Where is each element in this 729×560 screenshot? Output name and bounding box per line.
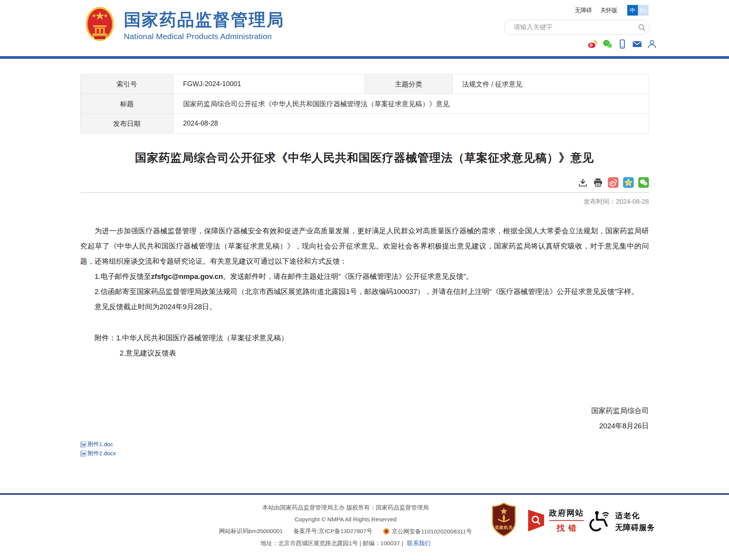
find-error-texts: 政府网站 找错 (549, 508, 584, 533)
download-button[interactable] (578, 177, 588, 188)
publish-time: 发布时间：2024-08-28 (80, 197, 649, 206)
attachment-files: W 附件1.doc W 附件2.docx (80, 440, 649, 458)
article-toolbar (80, 177, 649, 193)
mobile-icon[interactable] (617, 39, 627, 49)
national-emblem-icon (85, 6, 115, 43)
user-icon[interactable] (647, 39, 657, 49)
lang-zh-button[interactable]: 中 (627, 5, 638, 16)
share-weibo-icon (608, 177, 619, 188)
print-button[interactable] (593, 177, 603, 188)
paragraph-2-suffix: 。发送邮件时，请在邮件主题处注明“《医疗器械管理法》公开征求意见反馈”。 (223, 272, 473, 280)
share-weibo-button[interactable] (608, 177, 619, 188)
category-value: 法规文件 / 征求意见 (453, 74, 649, 94)
paragraph-2: 1.电子邮件反馈至zfsfgc@nmpa.gov.cn。发送邮件时，请在邮件主题… (80, 269, 649, 284)
header-top-links: 无障碍 关怀版 中 En (566, 5, 649, 16)
paragraph-1: 为进一步加强医疗器械监督管理，保障医疗器械安全有效和促进产业高质量发展，更好满足… (80, 223, 649, 269)
barrier-free-label: 无障碍服务 (615, 522, 655, 533)
word-doc-icon: W (80, 450, 87, 457)
elderly-accessibility-badge[interactable]: 适老化 无障碍服务 (589, 510, 655, 533)
share-qzone-button[interactable] (623, 177, 634, 188)
attachment-2-title: 2.意见建议反馈表 (120, 349, 176, 357)
footer-site-code: 网站标识码bm35000001 (219, 528, 283, 534)
attachment-1-title: 1.中华人民共和国医疗器械管理法（草案征求意见稿） (116, 334, 288, 342)
gov-site-label: 政府网站 (549, 508, 584, 518)
find-error-flag-icon (527, 509, 544, 532)
signature-date: 2024年8月26日 (80, 418, 649, 434)
care-version-link[interactable]: 关怀版 (600, 7, 617, 14)
date-label: 发布日期 (80, 114, 174, 134)
accessibility-link[interactable]: 无障碍 (575, 7, 592, 14)
table-row: 索引号 FGWJ-2024-10001 主题分类 法规文件 / 征求意见 (80, 74, 649, 94)
document-meta-table: 索引号 FGWJ-2024-10001 主题分类 法规文件 / 征求意见 标题 … (80, 74, 649, 134)
site-name: 国家药品监督管理局 National Medical Products Admi… (124, 6, 284, 41)
attachments-label: 附件： (95, 334, 116, 342)
party-shield-icon (491, 502, 517, 537)
mail-icon[interactable] (632, 39, 642, 49)
wheelchair-wifi-icon (589, 510, 611, 533)
title-value: 国家药监局综合司公开征求《中华人民共和国医疗器械管理法（草案征求意见稿）》意见 (174, 94, 649, 114)
search-box (504, 20, 650, 35)
svg-text:W: W (82, 442, 85, 447)
attachment-file-2-link[interactable]: 附件2.docx (88, 449, 116, 458)
list-item: W 附件2.docx (80, 449, 649, 458)
table-row: 发布日期 2024-08-28 (80, 114, 649, 134)
index-value: FGWJ-2024-10001 (174, 74, 365, 94)
site-name-en: National Medical Products Administration (124, 32, 284, 41)
contact-us-link[interactable]: 联系我们 (407, 540, 431, 546)
find-error-label: 找错 (553, 523, 580, 533)
paragraph-2-prefix: 1.电子邮件反馈至 (95, 272, 151, 280)
wechat-icon[interactable] (603, 39, 612, 49)
list-item: W 附件1.doc (80, 440, 649, 449)
category-label: 主题分类 (365, 74, 453, 94)
paragraph-4: 意见反馈截止时间为2024年9月28日。 (80, 299, 649, 315)
search-button[interactable] (634, 20, 649, 35)
gov-site-error-report-badge[interactable]: 政府网站 找错 (527, 508, 584, 533)
page-title: 国家药监局综合司公开征求《中华人民共和国医疗器械管理法（草案征求意见稿）》意见 (80, 150, 649, 166)
site-logo[interactable]: 国家药品监督管理局 National Medical Products Admi… (85, 6, 284, 43)
nmpa-page: 国家药品监督管理局 National Medical Products Admi… (0, 0, 729, 560)
footer-address: 地址：北京市西城区展览路北露园1号 | 邮编：100037 | (260, 540, 403, 546)
find-error-divider (549, 520, 584, 521)
publish-time-label: 发布时间： (584, 198, 616, 205)
title-label: 标题 (80, 94, 174, 114)
language-toggle: 中 En (627, 5, 649, 16)
elderly-texts: 适老化 无障碍服务 (615, 511, 655, 533)
attachment-file-1-link[interactable]: 附件1.doc (88, 440, 113, 449)
signature-block: 国家药监局综合司 2024年8月26日 (80, 403, 649, 434)
search-icon (638, 24, 646, 31)
footer-police: 京公网安备11010202008311号 (392, 528, 472, 535)
site-name-zh: 国家药品监督管理局 (124, 11, 284, 29)
attachment-item: 2.意见建议反馈表 (80, 346, 649, 361)
main-content: 索引号 FGWJ-2024-10001 主题分类 法规文件 / 征求意见 标题 … (80, 74, 649, 458)
search-input[interactable] (505, 24, 634, 31)
share-qzone-icon (623, 177, 634, 188)
article-body: 为进一步加强医疗器械监督管理，保障医疗器械安全有效和促进产业高质量发展，更好满足… (80, 223, 649, 315)
elderly-label: 适老化 (615, 511, 655, 521)
attachment-item: 附件：1.中华人民共和国医疗器械管理法（草案征求意见稿） (80, 330, 649, 346)
party-badge-label: 党政机关 (491, 525, 517, 530)
site-footer: 本站由国家药品监督管理局主办 版权所有：国家药品监督管理局 Copyright … (0, 493, 729, 560)
share-wechat-icon (638, 177, 649, 188)
signature-org: 国家药监局综合司 (80, 403, 649, 418)
table-row: 标题 国家药监局综合司公开征求《中华人民共和国医疗器械管理法（草案征求意见稿）》… (80, 94, 649, 114)
print-icon (593, 178, 603, 187)
download-icon (578, 178, 588, 187)
publish-time-value: 2024-08-28 (616, 198, 649, 205)
header-divider-bar (0, 56, 729, 59)
footer-line-address: 地址：北京市西城区展览路北露园1号 | 邮编：100037 |联系我们 (137, 540, 554, 547)
svg-text:W: W (82, 451, 85, 456)
site-header: 国家药品监督管理局 National Medical Products Admi… (0, 0, 729, 56)
paragraph-3: 2.信函邮寄至国家药品监督管理局政策法规司（北京市西城区展览路街道北露园1号，邮… (80, 284, 649, 299)
weibo-icon[interactable] (588, 39, 598, 49)
lang-en-button[interactable]: En (638, 5, 649, 16)
share-wechat-button[interactable] (638, 177, 649, 188)
header-social-icons (588, 39, 657, 49)
police-badge-icon (383, 528, 390, 535)
word-doc-icon: W (80, 441, 87, 448)
attachments-list: 附件：1.中华人民共和国医疗器械管理法（草案征求意见稿） 2.意见建议反馈表 (80, 330, 649, 361)
date-value: 2024-08-28 (174, 114, 649, 134)
party-government-badge[interactable]: 党政机关 (491, 502, 517, 537)
footer-icp: 备案序号:京ICP备13027807号 (293, 528, 372, 534)
index-label: 索引号 (80, 74, 174, 94)
feedback-email: zfsfgc@nmpa.gov.cn (151, 272, 223, 280)
